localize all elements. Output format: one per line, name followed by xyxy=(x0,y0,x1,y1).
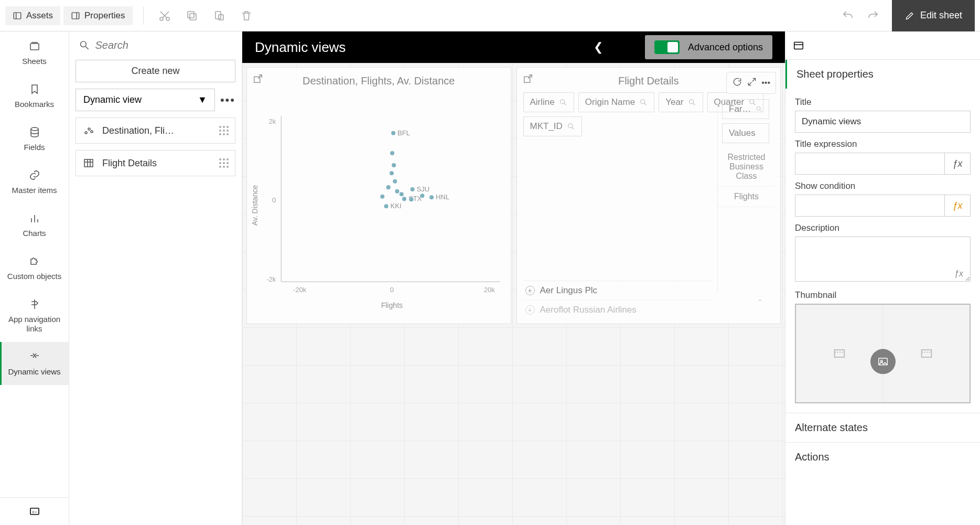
section-sheet-properties[interactable]: Sheet properties xyxy=(785,60,980,89)
svg-rect-74 xyxy=(921,350,931,357)
section-alternate-states[interactable]: Alternate states xyxy=(785,413,980,442)
viz-table[interactable]: Flight Details ••• Airline Origin Name Y… xyxy=(516,67,781,324)
search-input[interactable] xyxy=(95,39,232,51)
svg-rect-2 xyxy=(72,13,79,19)
popout-icon[interactable] xyxy=(522,73,534,84)
expand-row-icon[interactable]: + xyxy=(525,286,535,295)
rail-fields[interactable]: Fields xyxy=(0,117,69,160)
svg-text:HNL: HNL xyxy=(436,193,449,201)
properties-tab[interactable]: Properties xyxy=(63,6,132,25)
fx-icon[interactable]: ƒx xyxy=(954,269,963,278)
chip-origin[interactable]: Origin Name xyxy=(578,92,654,112)
rail-dynamic-views[interactable]: Dynamic views xyxy=(0,342,69,385)
refresh-icon[interactable] xyxy=(732,77,742,89)
undo-icon[interactable] xyxy=(842,9,854,22)
chip-year[interactable]: Year xyxy=(659,92,703,112)
svg-point-58 xyxy=(560,100,564,104)
cut-icon[interactable] xyxy=(158,9,171,22)
rail-custom-objects-label: Custom objects xyxy=(7,272,61,281)
rail-bookmarks[interactable]: Bookmarks xyxy=(0,74,69,117)
table-row[interactable]: +Aer Lingus Plc xyxy=(523,281,713,300)
title-input[interactable] xyxy=(795,111,971,133)
svg-line-69 xyxy=(760,110,761,112)
toggle-switch[interactable] xyxy=(654,40,680,54)
rail-master-items-label: Master items xyxy=(12,186,57,195)
canvas-body[interactable]: Destination, Flights, Av. Distance Av. D… xyxy=(242,63,785,525)
measure-header: Flights xyxy=(718,187,775,207)
description-input[interactable] xyxy=(795,237,971,282)
svg-point-39 xyxy=(390,151,394,155)
advanced-options-toggle[interactable]: Advanced options xyxy=(645,35,772,59)
svg-point-43 xyxy=(386,185,391,189)
image-icon xyxy=(877,356,889,367)
create-new-button[interactable]: Create new xyxy=(76,60,235,82)
table-row[interactable]: +Aeroflot Russian Airlines xyxy=(523,300,713,319)
edit-sheet-button[interactable]: Edit sheet xyxy=(892,0,975,31)
svg-line-61 xyxy=(644,103,646,105)
rail-charts[interactable]: Charts xyxy=(0,203,69,247)
assets-tab-label: Assets xyxy=(26,10,53,21)
rail-app-nav-links[interactable]: App navigation links xyxy=(0,290,69,342)
svg-point-37 xyxy=(391,131,395,135)
rail-custom-objects[interactable]: Custom objects xyxy=(0,247,69,290)
back-caret-icon[interactable]: ❮ xyxy=(594,40,603,54)
rail-app-nav-links-label: App navigation links xyxy=(2,315,67,334)
search-icon xyxy=(688,98,696,106)
svg-rect-9 xyxy=(188,12,194,18)
more-icon[interactable]: ••• xyxy=(761,78,770,88)
chip-airline[interactable]: Airline xyxy=(523,92,574,112)
expand-row-icon[interactable]: + xyxy=(525,305,535,315)
assets-tab[interactable]: Assets xyxy=(5,6,60,25)
svg-point-40 xyxy=(392,163,396,167)
chip-values[interactable]: Values xyxy=(722,123,769,143)
svg-line-67 xyxy=(572,127,574,129)
fx-button[interactable]: ƒx xyxy=(944,153,971,175)
expand-icon[interactable] xyxy=(747,77,757,89)
rail-master-items[interactable]: Master items xyxy=(0,160,69,203)
search-icon xyxy=(756,105,763,113)
view-more-button[interactable]: ••• xyxy=(220,93,235,107)
svg-point-41 xyxy=(390,171,394,175)
dynamic-view-select[interactable]: Dynamic view ▼ xyxy=(76,89,215,111)
dynamic-view-select-value: Dynamic view xyxy=(83,94,142,105)
svg-point-66 xyxy=(568,124,573,128)
asset-item-scatter[interactable]: Destination, Fli… xyxy=(76,117,235,144)
paste-icon[interactable] xyxy=(213,9,225,22)
chip-mktid[interactable]: MKT_ID xyxy=(523,116,582,136)
sheet-placeholder-icon xyxy=(919,346,934,361)
show-cond-input[interactable] xyxy=(795,195,944,217)
thumbnail-box[interactable] xyxy=(795,304,971,403)
advanced-options-label: Advanced options xyxy=(688,42,763,53)
svg-text:0: 0 xyxy=(390,286,394,294)
search-icon xyxy=(79,39,90,51)
title-expr-input[interactable] xyxy=(795,153,944,175)
svg-text:20k: 20k xyxy=(484,286,496,294)
undo-redo-group xyxy=(842,9,879,22)
table-icon xyxy=(82,157,95,169)
delete-icon[interactable] xyxy=(240,9,253,22)
fx-button[interactable]: ƒx xyxy=(944,195,971,217)
section-actions[interactable]: Actions xyxy=(785,442,980,472)
popout-icon[interactable] xyxy=(252,73,264,84)
svg-point-68 xyxy=(757,107,760,111)
sheet-icon xyxy=(793,40,804,51)
chip-fare[interactable]: Far… xyxy=(722,99,769,119)
canvas-area: Dynamic views ❮ Advanced options Destina… xyxy=(242,31,785,525)
viz-scatter[interactable]: Destination, Flights, Av. Distance Av. D… xyxy=(246,67,511,324)
rail-variables[interactable]: x= xyxy=(0,497,69,525)
rail-sheets[interactable]: Sheets xyxy=(0,31,69,74)
scatter-icon xyxy=(82,124,95,137)
pencil-icon xyxy=(904,10,915,21)
asset-item-label: Destination, Fli… xyxy=(102,125,212,136)
y-axis-label: Av. Distance xyxy=(251,185,259,226)
svg-point-13 xyxy=(31,127,38,131)
thumbnail-image-button[interactable] xyxy=(870,349,896,374)
svg-text:x=: x= xyxy=(32,509,37,515)
copy-icon[interactable] xyxy=(186,9,198,22)
search-icon xyxy=(567,122,575,131)
svg-point-48 xyxy=(402,197,406,201)
asset-item-table[interactable]: Flight Details xyxy=(76,150,235,176)
sheets-icon xyxy=(28,40,41,52)
redo-icon[interactable] xyxy=(867,9,879,22)
svg-text:SJU: SJU xyxy=(417,185,430,193)
